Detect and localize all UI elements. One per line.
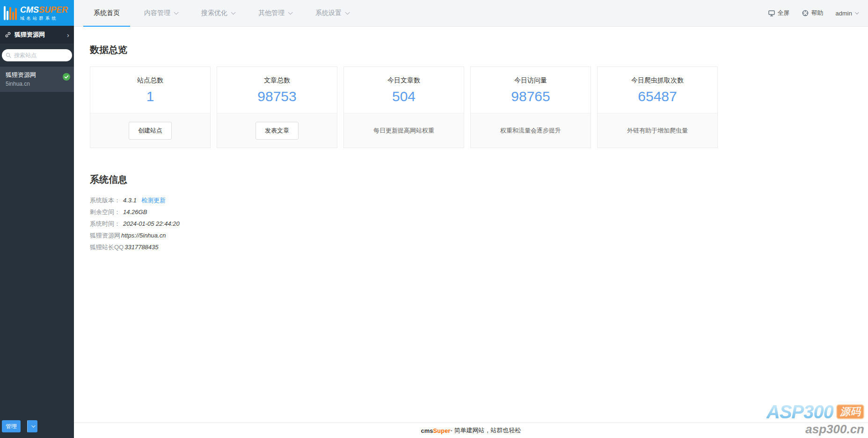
- info-row-site-url: 狐狸资源网 https://5inhua.cn: [90, 230, 852, 241]
- site-list-item[interactable]: 狐狸资源网 5inhua.cn: [0, 67, 74, 92]
- chevron-down-icon: [288, 10, 293, 15]
- card-total-sites: 站点总数 1 创建站点: [90, 67, 211, 148]
- info-value: https://5inhua.cn: [121, 230, 166, 241]
- brand-subtitle: 域名站群系统: [20, 16, 68, 21]
- brand-name: CMSSUPER: [20, 6, 68, 14]
- card-value: 65487: [598, 89, 717, 104]
- info-value: 14.26GB: [123, 206, 147, 218]
- footer-brand-super: Super: [433, 427, 451, 434]
- info-row-disk-space: 剩余空间： 14.26GB: [90, 206, 852, 218]
- current-site-name: 狐狸资源网: [15, 30, 45, 39]
- tab-other-management[interactable]: 其他管理: [248, 0, 301, 26]
- tab-label: 系统首页: [94, 9, 120, 17]
- card-note: 外链有助于增加爬虫量: [627, 126, 688, 135]
- card-today-articles: 今日文章数 504 每日更新提高网站权重: [343, 67, 464, 148]
- tab-system-home[interactable]: 系统首页: [83, 0, 130, 26]
- page-footer: cmsSuper - 简单建网站，站群也轻松: [74, 423, 868, 438]
- card-value: 98765: [471, 89, 591, 104]
- card-total-articles: 文章总数 98753 发表文章: [217, 67, 337, 148]
- monitor-icon: [768, 10, 775, 16]
- card-value: 98753: [217, 89, 337, 104]
- user-menu[interactable]: admin: [836, 10, 858, 17]
- card-note: 权重和流量会逐步提升: [500, 126, 561, 135]
- help-button[interactable]: 帮助: [802, 9, 824, 17]
- tab-label: 搜索优化: [201, 9, 227, 17]
- tab-label: 系统设置: [315, 9, 342, 17]
- tab-system-settings[interactable]: 系统设置: [305, 0, 358, 26]
- fullscreen-button[interactable]: 全屏: [768, 9, 790, 17]
- help-icon: [802, 10, 809, 16]
- current-site-header[interactable]: 狐狸资源网 ›: [0, 26, 74, 44]
- publish-article-button[interactable]: 发表文章: [255, 122, 299, 140]
- card-title: 文章总数: [217, 76, 337, 85]
- tab-search-optimization[interactable]: 搜索优化: [191, 0, 244, 26]
- tab-label: 内容管理: [144, 9, 170, 17]
- info-row-webmaster-qq: 狐狸站长QQ 3317788435: [90, 241, 852, 253]
- main-nav-tabs: 系统首页 内容管理 搜索优化 其他管理 系统设置: [83, 0, 362, 26]
- fullscreen-label: 全屏: [778, 9, 790, 17]
- help-label: 帮助: [811, 9, 824, 17]
- system-info-section: 系统信息 系统版本： 4.3.1 检测更新 剩余空间： 14.26GB 系统时间…: [90, 173, 852, 253]
- card-today-visits: 今日访问量 98765 权重和流量会逐步提升: [470, 67, 591, 148]
- chevron-down-icon: [174, 10, 179, 15]
- site-status-ok-icon: [63, 73, 70, 81]
- chevron-down-icon: [31, 423, 35, 427]
- app-logo: CMSSUPER 域名站群系统: [0, 0, 74, 26]
- info-row-system-time: 系统时间： 2024-01-05 22:44:20: [90, 218, 852, 230]
- manage-button[interactable]: 管理: [2, 420, 21, 432]
- stat-cards: 站点总数 1 创建站点 文章总数 98753 发表文章 今日文章数 504 每日…: [90, 67, 852, 148]
- create-site-button[interactable]: 创建站点: [129, 122, 172, 140]
- info-value: 4.3.1: [123, 194, 137, 206]
- card-note: 每日更新提高网站权重: [373, 126, 434, 135]
- chevron-down-icon: [855, 10, 859, 14]
- chevron-down-icon: [345, 10, 350, 15]
- username: admin: [836, 10, 852, 17]
- site-name: 狐狸资源网: [6, 71, 68, 79]
- card-value: 1: [90, 89, 210, 104]
- brand-super: SUPER: [39, 5, 68, 15]
- footer-tagline: - 简单建网站，站群也轻松: [450, 426, 521, 435]
- info-value: 2024-01-05 22:44:20: [123, 218, 180, 230]
- add-site-split-button[interactable]: 添加站点: [27, 420, 37, 432]
- check-update-link[interactable]: 检测更新: [141, 194, 166, 206]
- card-today-crawls: 今日爬虫抓取次数 65487 外链有助于增加爬虫量: [597, 67, 718, 148]
- footer-brand-cms: cms: [421, 427, 433, 434]
- watermark-domain: asp300.cn: [766, 423, 864, 435]
- card-title: 今日文章数: [344, 76, 464, 85]
- brand-cms: CMS: [20, 5, 39, 15]
- card-title: 站点总数: [90, 76, 210, 85]
- info-row-version: 系统版本： 4.3.1 检测更新: [90, 194, 852, 206]
- top-navbar: 系统首页 内容管理 搜索优化 其他管理 系统设置 全屏 帮助 admin: [74, 0, 868, 27]
- overview-title: 数据总览: [90, 44, 852, 56]
- main-content: 数据总览 站点总数 1 创建站点 文章总数 98753 发表文章 今日文章数 5…: [74, 27, 868, 423]
- info-label: 狐狸资源网: [90, 230, 120, 241]
- watermark-badge: 源码: [836, 404, 864, 419]
- tab-label: 其他管理: [258, 9, 284, 17]
- chevron-down-icon: [231, 10, 236, 15]
- tab-content-management[interactable]: 内容管理: [134, 0, 187, 26]
- chevron-right-icon: ›: [67, 31, 69, 39]
- sidebar: CMSSUPER 域名站群系统 狐狸资源网 › 狐狸资源网 5inhua.cn …: [0, 0, 74, 438]
- info-label: 系统时间：: [90, 218, 120, 230]
- asp300-watermark: ASP300 源码 asp300.cn: [766, 402, 864, 435]
- search-icon: [6, 52, 11, 58]
- link-icon: [5, 31, 11, 38]
- site-search-box[interactable]: [2, 49, 72, 61]
- info-label: 狐狸站长QQ: [90, 241, 124, 253]
- card-title: 今日访问量: [471, 76, 591, 85]
- watermark-text: ASP300: [766, 402, 833, 421]
- card-value: 504: [344, 89, 464, 104]
- info-value: 3317788435: [124, 241, 158, 253]
- info-label: 剩余空间：: [90, 206, 120, 218]
- system-info-title: 系统信息: [90, 173, 852, 186]
- add-site-dropdown-toggle[interactable]: [27, 420, 37, 432]
- site-domain: 5inhua.cn: [6, 80, 68, 88]
- card-title: 今日爬虫抓取次数: [598, 76, 717, 85]
- info-label: 系统版本：: [90, 194, 120, 206]
- logo-bars-icon: [4, 6, 17, 20]
- site-search-input[interactable]: [14, 52, 68, 59]
